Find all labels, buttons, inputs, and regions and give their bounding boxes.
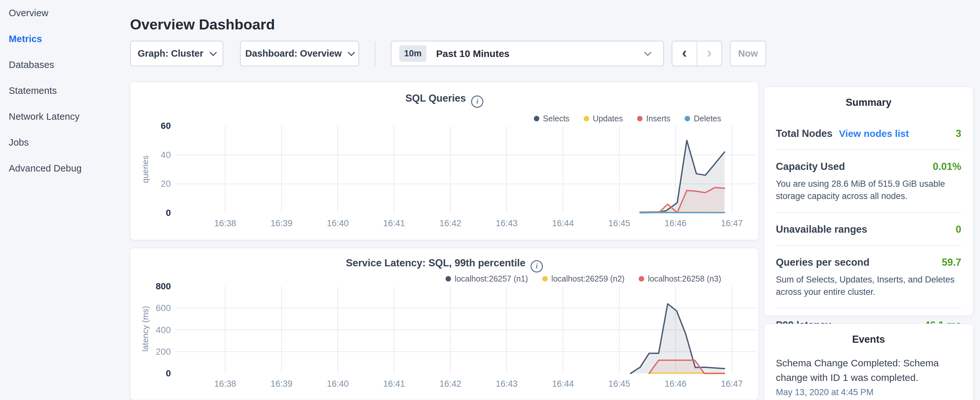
legend-item-deletes: Deletes — [685, 114, 721, 123]
legend-dot-icon — [685, 116, 690, 121]
summary-row-capacity-used: Capacity Used 0.01% You are using 28.6 M… — [776, 150, 961, 213]
legend-label: localhost:26258 (n3) — [648, 274, 721, 284]
legend-label: localhost:26259 (n2) — [551, 274, 625, 284]
legend-label: Deletes — [694, 114, 721, 123]
legend-dot-icon — [584, 116, 589, 121]
sidebar-item-advanced-debug[interactable]: Advanced Debug — [0, 155, 129, 181]
graph-scope-dropdown[interactable]: Graph: Cluster — [130, 41, 223, 66]
y-axis-tick: 200 — [137, 346, 171, 357]
info-icon[interactable]: i — [531, 260, 543, 273]
legend-item-localhost-26259-n2-: localhost:26259 (n2) — [542, 274, 625, 284]
time-range-dropdown[interactable]: 10m Past 10 Minutes — [391, 41, 664, 66]
legend-label: Updates — [593, 114, 623, 123]
time-prev-button[interactable]: ‹ — [672, 41, 697, 66]
chart-legend: localhost:26257 (n1)localhost:26259 (n2)… — [445, 274, 721, 284]
summary-row-value: 0 — [956, 224, 961, 235]
x-axis-tick: 16:42 — [425, 218, 476, 229]
events-title: Events — [764, 334, 973, 345]
chart-plot-area — [175, 125, 756, 217]
page-title: Overview Dashboard — [130, 16, 275, 33]
dashboard-dropdown[interactable]: Dashboard: Overview — [240, 41, 359, 66]
y-axis-tick: 0 — [137, 207, 171, 218]
x-axis-tick: 16:43 — [481, 218, 533, 229]
event-message: Schema Change Completed: Schema change w… — [776, 356, 961, 385]
service-latency-chart-card: Service Latency: SQL, 99th percentilei l… — [130, 248, 759, 400]
summary-row-label: Total Nodes — [776, 128, 832, 139]
chart-plot-area — [175, 285, 756, 379]
now-button[interactable]: Now — [730, 41, 766, 66]
x-axis-tick: 16:40 — [312, 218, 364, 229]
x-axis-tick: 16:45 — [593, 378, 645, 389]
x-axis-tick: 16:38 — [199, 218, 251, 229]
legend-item-inserts: Inserts — [637, 114, 670, 123]
sidebar: OverviewMetricsDatabasesStatementsNetwor… — [0, 0, 129, 400]
x-axis-tick: 16:46 — [650, 218, 702, 229]
x-axis-tick: 16:40 — [312, 378, 364, 389]
legend-dot-icon — [534, 116, 539, 121]
legend-item-localhost-26258-n3-: localhost:26258 (n3) — [639, 274, 721, 284]
dashboard-dropdown-label: Dashboard: Overview — [245, 48, 342, 59]
summary-row-description: Sum of Selects, Updates, Inserts, and De… — [776, 274, 961, 298]
event-list-item: Schema Change Completed: Schema change w… — [764, 356, 973, 397]
sidebar-item-overview[interactable]: Overview — [0, 0, 129, 26]
summary-panel: Summary Total Nodes View nodes list 3 Ca… — [764, 87, 973, 316]
summary-row-total-nodes: Total Nodes View nodes list 3 — [776, 117, 961, 150]
legend-dot-icon — [639, 276, 644, 282]
summary-row-description: You are using 28.6 MiB of 515.9 GiB usab… — [776, 178, 961, 202]
summary-rows: Total Nodes View nodes list 3 Capacity U… — [764, 117, 973, 341]
x-axis-tick: 16:39 — [256, 378, 307, 389]
view-nodes-list-link[interactable]: View nodes list — [839, 128, 909, 139]
legend-dot-icon — [637, 116, 643, 121]
y-axis-tick: 400 — [137, 325, 171, 336]
graph-scope-dropdown-label: Graph: Cluster — [137, 48, 203, 59]
summary-row-value: 0.01% — [933, 161, 961, 172]
y-axis-tick: 600 — [137, 303, 171, 314]
y-axis-tick: 800 — [137, 281, 171, 292]
x-axis-tick: 16:41 — [368, 218, 420, 229]
y-axis-tick: 20 — [137, 178, 171, 189]
sidebar-item-jobs[interactable]: Jobs — [0, 129, 129, 155]
summary-row-label: Unavailable ranges — [776, 224, 867, 235]
events-panel: Events Schema Change Completed: Schema c… — [764, 324, 973, 400]
x-axis-tick: 16:47 — [706, 378, 758, 389]
info-icon[interactable]: i — [471, 96, 484, 108]
chart-legend: SelectsUpdatesInsertsDeletes — [534, 114, 721, 123]
legend-item-localhost-26257-n1-: localhost:26257 (n1) — [445, 274, 528, 284]
sidebar-item-metrics[interactable]: Metrics — [0, 26, 129, 52]
legend-dot-icon — [542, 276, 548, 282]
controls-divider — [375, 41, 375, 66]
summary-row-label: Queries per second — [776, 257, 869, 268]
sidebar-item-databases[interactable]: Databases — [0, 52, 129, 78]
chevron-down-icon — [348, 49, 355, 56]
chart-title-row: Service Latency: SQL, 99th percentilei — [130, 257, 758, 273]
x-axis-tick: 16:46 — [650, 378, 702, 389]
sidebar-item-statements[interactable]: Statements — [0, 78, 129, 104]
summary-row-value: 3 — [956, 128, 961, 139]
x-axis-tick: 16:43 — [481, 378, 533, 389]
x-axis-tick: 16:45 — [593, 218, 645, 229]
time-next-button[interactable]: › — [697, 41, 721, 66]
x-axis-tick: 16:44 — [537, 378, 589, 389]
sql-queries-chart-card: SQL Queriesi SelectsUpdatesInsertsDelete… — [130, 82, 759, 240]
legend-item-selects: Selects — [534, 114, 570, 123]
sidebar-item-network-latency[interactable]: Network Latency — [0, 104, 129, 129]
summary-row-queries-per-second: Queries per second 59.7 Sum of Selects, … — [776, 245, 961, 308]
y-axis-tick: 40 — [137, 150, 171, 161]
x-axis-tick: 16:38 — [199, 378, 251, 389]
db-console-overview-page: OverviewMetricsDatabasesStatementsNetwor… — [0, 0, 980, 400]
legend-item-updates: Updates — [584, 114, 623, 123]
time-range-label: Past 10 Minutes — [436, 48, 509, 59]
legend-label: Selects — [543, 114, 570, 123]
event-timestamp: May 13, 2020 at 4:45 PM — [776, 387, 961, 397]
y-axis-label: queries — [140, 121, 150, 218]
chart-title: SQL Queries — [406, 92, 466, 104]
summary-title: Summary — [764, 97, 973, 108]
legend-label: Inserts — [646, 114, 670, 123]
legend-dot-icon — [445, 276, 451, 282]
time-range-badge: 10m — [399, 45, 426, 62]
x-axis-tick: 16:42 — [425, 378, 476, 389]
chevron-down-icon — [209, 49, 217, 56]
y-axis-tick: 0 — [137, 368, 171, 379]
summary-row-unavailable-ranges: Unavailable ranges 0 — [776, 213, 961, 245]
summary-row-label: Capacity Used — [776, 161, 845, 172]
